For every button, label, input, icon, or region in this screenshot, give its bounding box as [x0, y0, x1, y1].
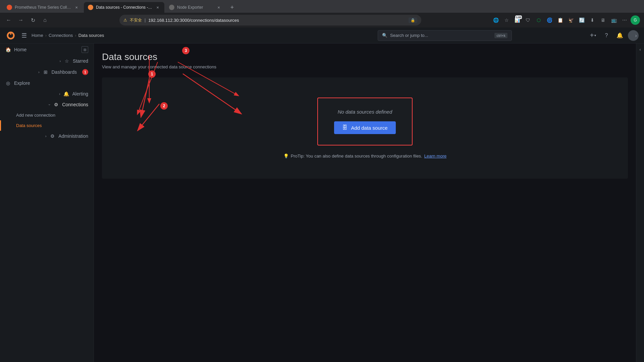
sidebar-item-administration[interactable]: › ⚙ Administration [0, 131, 94, 141]
annotation-badge-1: 1 [148, 70, 156, 78]
breadcrumb-connections[interactable]: Connections [49, 33, 73, 38]
back-button[interactable]: ← [4, 15, 13, 25]
url-text: 192.168.112.30:3000/connections/datasour… [148, 18, 239, 23]
tab-grafana-close[interactable]: ✕ [155, 5, 160, 10]
breadcrumb: ☰ Home › Connections › Data sources [21, 32, 302, 39]
tab-node[interactable]: Node Exporter ✕ [165, 2, 225, 13]
new-chevron-icon: ▾ [594, 34, 596, 37]
protip-learn-more-link[interactable]: Learn more [424, 154, 446, 159]
address-bar-right: 🔒 [409, 17, 417, 23]
empty-state-container: No data sources defined 🗄 Add data sourc… [102, 77, 628, 179]
administration-chevron: › [45, 134, 46, 138]
home-button[interactable]: ⌂ [40, 15, 50, 25]
extension-icon-4[interactable]: 🌀 [545, 15, 554, 25]
tab-prometheus[interactable]: Prometheus Time Series Collecti... ✕ [3, 2, 83, 13]
profile-icon[interactable]: G [631, 15, 640, 25]
search-icon: 🔍 [382, 33, 387, 38]
sidebar-home-label: Home [14, 47, 26, 52]
sidebar-alerting-label: Alerting [72, 91, 88, 97]
data-sources-label: Data sources [16, 123, 42, 128]
grafana-logo[interactable] [5, 30, 16, 41]
extension-icon-10[interactable]: 📺 [609, 15, 619, 25]
new-tab-button[interactable]: + [227, 3, 237, 12]
badge: 1.00 [515, 15, 522, 19]
dashboards-chevron: › [38, 70, 39, 74]
help-button[interactable]: ? [601, 30, 612, 41]
plus-icon: + [590, 32, 594, 39]
extension-icon-1[interactable]: 📊 1.00 [513, 15, 522, 25]
page-title: Data sources [102, 52, 628, 62]
starred-icon: ☆ [64, 58, 69, 64]
sidebar-item-explore[interactable]: ◎ Explore [0, 78, 94, 88]
sidebar: 🏠 Home ⊟ › ☆ Starred › ⊞ Dashboards 1 ◎ … [0, 44, 94, 362]
app-layout: ☰ Home › Connections › Data sources 🔍 Se… [0, 27, 644, 362]
translate-icon[interactable]: 🌐 [491, 15, 500, 25]
right-sidebar-toggle[interactable]: › [631, 30, 641, 41]
content-area: Data sources View and manage your connec… [94, 44, 636, 362]
extension-icon-3[interactable]: ⬡ [534, 15, 543, 25]
breadcrumb-sep-2: › [75, 33, 76, 38]
protip-text: ProTip: You can also define data sources… [291, 154, 422, 159]
tab-prometheus-close[interactable]: ✕ [74, 5, 79, 10]
right-panel-chevron[interactable]: ‹ [637, 46, 644, 53]
tab-grafana[interactable]: Data sources - Connections - Gr... ✕ [84, 2, 164, 13]
security-warning-icon: ⚠ [123, 18, 127, 22]
reload-button[interactable]: ↻ [28, 15, 38, 25]
sidebar-administration-label: Administration [58, 133, 88, 139]
address-bar[interactable]: ⚠ 不安全 | 192.168.112.30:3000/connections/… [119, 15, 421, 25]
alerting-chevron: › [59, 92, 60, 96]
sidebar-item-dashboards[interactable]: › ⊞ Dashboards 1 [0, 66, 94, 78]
annotation-badge-3: 3 [182, 47, 190, 54]
home-icon: 🏠 [5, 47, 11, 52]
sidebar-item-add-new-connection[interactable]: Add new connection [0, 110, 94, 120]
sidebar-item-data-sources[interactable]: Data sources [0, 120, 94, 131]
protip: 💡 ProTip: You can also define data sourc… [283, 154, 446, 159]
node-favicon [169, 5, 174, 10]
sidebar-starred-label: Starred [73, 58, 88, 64]
extension-icon-9[interactable]: 🖥 [598, 15, 608, 25]
menu-toggle-icon[interactable]: ☰ [21, 32, 27, 39]
sidebar-item-starred[interactable]: › ☆ Starred [0, 56, 94, 66]
connections-chevron: › [48, 104, 51, 105]
sidebar-item-alerting[interactable]: › 🔔 Alerting [0, 88, 94, 99]
app-header: ☰ Home › Connections › Data sources 🔍 Se… [0, 27, 644, 44]
add-datasource-icon: 🗄 [342, 125, 347, 131]
main-container: 🏠 Home ⊟ › ☆ Starred › ⊞ Dashboards 1 ◎ … [0, 44, 644, 362]
sidebar-explore-label: Explore [14, 80, 30, 86]
breadcrumb-home[interactable]: Home [32, 33, 43, 38]
protip-icon: 💡 [283, 154, 289, 159]
bookmark-icon[interactable]: ☆ [502, 15, 511, 25]
tab-node-close[interactable]: ✕ [216, 5, 221, 10]
extension-icon-5[interactable]: 📋 [555, 15, 565, 25]
right-panel: ‹ [636, 44, 644, 362]
connections-icon: ⚙ [53, 102, 59, 107]
sidebar-item-home[interactable]: 🏠 Home ⊟ [0, 44, 94, 56]
security-label: 不安全 [130, 17, 142, 23]
empty-state-message: No data sources defined [338, 109, 392, 115]
extension-icon-6[interactable]: 🦅 [566, 15, 576, 25]
forward-button[interactable]: → [16, 15, 25, 25]
extension-icon-8[interactable]: ⬇ [588, 15, 597, 25]
new-dashboard-button[interactable]: + ▾ [588, 30, 598, 41]
tab-node-title: Node Exporter [177, 5, 213, 10]
search-box[interactable]: 🔍 Search or jump to... ctrl+k [378, 30, 512, 41]
sidebar-dashboards-label: Dashboards [52, 69, 77, 75]
tab-prometheus-title: Prometheus Time Series Collecti... [15, 5, 71, 10]
alerting-icon: 🔔 [64, 91, 69, 97]
more-options-button[interactable]: ⋯ [620, 15, 629, 25]
tab-grafana-title: Data sources - Connections - Gr... [96, 5, 152, 10]
add-new-connection-label: Add new connection [16, 113, 55, 118]
add-datasource-button[interactable]: 🗄 Add data source [334, 121, 395, 134]
notifications-button[interactable]: 🔔 [614, 30, 625, 41]
search-shortcut: ctrl+k [494, 33, 507, 38]
browser-controls: ← → ↻ ⌂ ⚠ 不安全 | 192.168.112.30:3000/conn… [0, 13, 644, 27]
dashboards-badge: 1 [82, 69, 88, 75]
dashboards-icon: ⊞ [43, 69, 48, 75]
extension-icon-2[interactable]: 🛡 [523, 15, 533, 25]
sidebar-item-connections[interactable]: › ⚙ Connections [0, 99, 94, 110]
annotation-badge-2: 2 [160, 102, 168, 110]
breadcrumb-current: Data sources [78, 33, 104, 38]
extension-icon-7[interactable]: 🔄 [577, 15, 586, 25]
tab-bar: Prometheus Time Series Collecti... ✕ Dat… [0, 0, 644, 13]
sidebar-collapse-icon[interactable]: ⊟ [82, 46, 88, 53]
